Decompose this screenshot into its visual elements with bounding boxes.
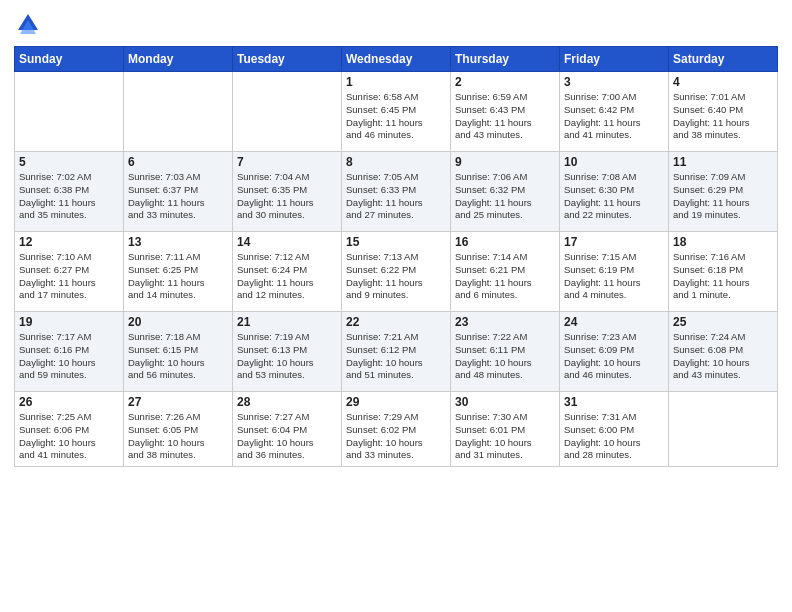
calendar-table: SundayMondayTuesdayWednesdayThursdayFrid…: [14, 46, 778, 467]
weekday-header-thursday: Thursday: [451, 47, 560, 72]
day-info: Sunrise: 7:11 AM Sunset: 6:25 PM Dayligh…: [128, 251, 228, 302]
day-number: 11: [673, 155, 773, 169]
day-cell: 17Sunrise: 7:15 AM Sunset: 6:19 PM Dayli…: [560, 232, 669, 312]
day-number: 2: [455, 75, 555, 89]
day-info: Sunrise: 7:29 AM Sunset: 6:02 PM Dayligh…: [346, 411, 446, 462]
day-info: Sunrise: 7:02 AM Sunset: 6:38 PM Dayligh…: [19, 171, 119, 222]
day-number: 13: [128, 235, 228, 249]
day-cell: 11Sunrise: 7:09 AM Sunset: 6:29 PM Dayli…: [669, 152, 778, 232]
day-cell: 24Sunrise: 7:23 AM Sunset: 6:09 PM Dayli…: [560, 312, 669, 392]
day-info: Sunrise: 7:03 AM Sunset: 6:37 PM Dayligh…: [128, 171, 228, 222]
day-number: 3: [564, 75, 664, 89]
weekday-header-wednesday: Wednesday: [342, 47, 451, 72]
day-number: 31: [564, 395, 664, 409]
day-number: 25: [673, 315, 773, 329]
day-info: Sunrise: 7:18 AM Sunset: 6:15 PM Dayligh…: [128, 331, 228, 382]
day-number: 20: [128, 315, 228, 329]
day-info: Sunrise: 7:25 AM Sunset: 6:06 PM Dayligh…: [19, 411, 119, 462]
day-info: Sunrise: 7:14 AM Sunset: 6:21 PM Dayligh…: [455, 251, 555, 302]
day-info: Sunrise: 6:58 AM Sunset: 6:45 PM Dayligh…: [346, 91, 446, 142]
day-cell: 25Sunrise: 7:24 AM Sunset: 6:08 PM Dayli…: [669, 312, 778, 392]
day-cell: 20Sunrise: 7:18 AM Sunset: 6:15 PM Dayli…: [124, 312, 233, 392]
day-info: Sunrise: 7:19 AM Sunset: 6:13 PM Dayligh…: [237, 331, 337, 382]
day-cell: 1Sunrise: 6:58 AM Sunset: 6:45 PM Daylig…: [342, 72, 451, 152]
day-info: Sunrise: 7:08 AM Sunset: 6:30 PM Dayligh…: [564, 171, 664, 222]
day-info: Sunrise: 7:22 AM Sunset: 6:11 PM Dayligh…: [455, 331, 555, 382]
day-cell: 13Sunrise: 7:11 AM Sunset: 6:25 PM Dayli…: [124, 232, 233, 312]
header: [14, 10, 778, 38]
day-cell: 18Sunrise: 7:16 AM Sunset: 6:18 PM Dayli…: [669, 232, 778, 312]
day-number: 19: [19, 315, 119, 329]
day-info: Sunrise: 7:21 AM Sunset: 6:12 PM Dayligh…: [346, 331, 446, 382]
logo: [14, 10, 46, 38]
day-number: 15: [346, 235, 446, 249]
day-number: 17: [564, 235, 664, 249]
day-info: Sunrise: 7:30 AM Sunset: 6:01 PM Dayligh…: [455, 411, 555, 462]
day-cell: [124, 72, 233, 152]
day-cell: 31Sunrise: 7:31 AM Sunset: 6:00 PM Dayli…: [560, 392, 669, 467]
day-number: 1: [346, 75, 446, 89]
day-info: Sunrise: 7:05 AM Sunset: 6:33 PM Dayligh…: [346, 171, 446, 222]
day-number: 16: [455, 235, 555, 249]
week-row-4: 19Sunrise: 7:17 AM Sunset: 6:16 PM Dayli…: [15, 312, 778, 392]
day-number: 12: [19, 235, 119, 249]
day-number: 21: [237, 315, 337, 329]
day-number: 18: [673, 235, 773, 249]
day-info: Sunrise: 7:16 AM Sunset: 6:18 PM Dayligh…: [673, 251, 773, 302]
day-info: Sunrise: 7:31 AM Sunset: 6:00 PM Dayligh…: [564, 411, 664, 462]
day-cell: 22Sunrise: 7:21 AM Sunset: 6:12 PM Dayli…: [342, 312, 451, 392]
day-info: Sunrise: 7:00 AM Sunset: 6:42 PM Dayligh…: [564, 91, 664, 142]
day-number: 27: [128, 395, 228, 409]
day-cell: 5Sunrise: 7:02 AM Sunset: 6:38 PM Daylig…: [15, 152, 124, 232]
day-cell: 30Sunrise: 7:30 AM Sunset: 6:01 PM Dayli…: [451, 392, 560, 467]
day-cell: 14Sunrise: 7:12 AM Sunset: 6:24 PM Dayli…: [233, 232, 342, 312]
day-cell: 19Sunrise: 7:17 AM Sunset: 6:16 PM Dayli…: [15, 312, 124, 392]
day-info: Sunrise: 7:27 AM Sunset: 6:04 PM Dayligh…: [237, 411, 337, 462]
day-cell: 2Sunrise: 6:59 AM Sunset: 6:43 PM Daylig…: [451, 72, 560, 152]
day-info: Sunrise: 7:17 AM Sunset: 6:16 PM Dayligh…: [19, 331, 119, 382]
week-row-1: 1Sunrise: 6:58 AM Sunset: 6:45 PM Daylig…: [15, 72, 778, 152]
day-info: Sunrise: 7:12 AM Sunset: 6:24 PM Dayligh…: [237, 251, 337, 302]
day-cell: 12Sunrise: 7:10 AM Sunset: 6:27 PM Dayli…: [15, 232, 124, 312]
day-cell: 26Sunrise: 7:25 AM Sunset: 6:06 PM Dayli…: [15, 392, 124, 467]
day-number: 30: [455, 395, 555, 409]
day-cell: [233, 72, 342, 152]
day-cell: 6Sunrise: 7:03 AM Sunset: 6:37 PM Daylig…: [124, 152, 233, 232]
day-number: 29: [346, 395, 446, 409]
day-info: Sunrise: 7:26 AM Sunset: 6:05 PM Dayligh…: [128, 411, 228, 462]
day-number: 9: [455, 155, 555, 169]
weekday-header-saturday: Saturday: [669, 47, 778, 72]
day-info: Sunrise: 7:23 AM Sunset: 6:09 PM Dayligh…: [564, 331, 664, 382]
day-cell: 7Sunrise: 7:04 AM Sunset: 6:35 PM Daylig…: [233, 152, 342, 232]
day-info: Sunrise: 7:10 AM Sunset: 6:27 PM Dayligh…: [19, 251, 119, 302]
day-cell: 8Sunrise: 7:05 AM Sunset: 6:33 PM Daylig…: [342, 152, 451, 232]
day-info: Sunrise: 7:01 AM Sunset: 6:40 PM Dayligh…: [673, 91, 773, 142]
day-cell: [669, 392, 778, 467]
week-row-5: 26Sunrise: 7:25 AM Sunset: 6:06 PM Dayli…: [15, 392, 778, 467]
weekday-header-sunday: Sunday: [15, 47, 124, 72]
day-number: 6: [128, 155, 228, 169]
day-number: 14: [237, 235, 337, 249]
weekday-header-tuesday: Tuesday: [233, 47, 342, 72]
weekday-header-monday: Monday: [124, 47, 233, 72]
day-cell: [15, 72, 124, 152]
day-cell: 23Sunrise: 7:22 AM Sunset: 6:11 PM Dayli…: [451, 312, 560, 392]
day-number: 5: [19, 155, 119, 169]
logo-icon: [14, 10, 42, 38]
day-info: Sunrise: 7:24 AM Sunset: 6:08 PM Dayligh…: [673, 331, 773, 382]
day-info: Sunrise: 7:06 AM Sunset: 6:32 PM Dayligh…: [455, 171, 555, 222]
day-number: 24: [564, 315, 664, 329]
day-info: Sunrise: 7:13 AM Sunset: 6:22 PM Dayligh…: [346, 251, 446, 302]
day-info: Sunrise: 6:59 AM Sunset: 6:43 PM Dayligh…: [455, 91, 555, 142]
week-row-2: 5Sunrise: 7:02 AM Sunset: 6:38 PM Daylig…: [15, 152, 778, 232]
day-cell: 3Sunrise: 7:00 AM Sunset: 6:42 PM Daylig…: [560, 72, 669, 152]
day-number: 26: [19, 395, 119, 409]
day-info: Sunrise: 7:09 AM Sunset: 6:29 PM Dayligh…: [673, 171, 773, 222]
day-cell: 4Sunrise: 7:01 AM Sunset: 6:40 PM Daylig…: [669, 72, 778, 152]
page: SundayMondayTuesdayWednesdayThursdayFrid…: [0, 0, 792, 612]
day-cell: 28Sunrise: 7:27 AM Sunset: 6:04 PM Dayli…: [233, 392, 342, 467]
day-cell: 9Sunrise: 7:06 AM Sunset: 6:32 PM Daylig…: [451, 152, 560, 232]
day-number: 8: [346, 155, 446, 169]
day-number: 28: [237, 395, 337, 409]
day-cell: 21Sunrise: 7:19 AM Sunset: 6:13 PM Dayli…: [233, 312, 342, 392]
